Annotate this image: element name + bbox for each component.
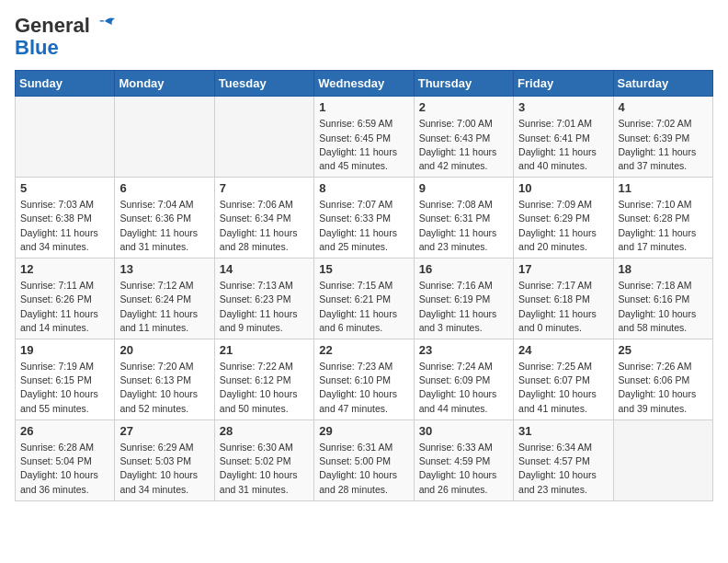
calendar-cell: 27Sunrise: 6:29 AMSunset: 5:03 PMDayligh…: [115, 419, 214, 500]
day-info: Sunrise: 7:13 AMSunset: 6:23 PMDaylight:…: [220, 279, 309, 335]
calendar-week-row: 5Sunrise: 7:03 AMSunset: 6:38 PMDaylight…: [16, 178, 713, 259]
day-number: 13: [119, 262, 209, 276]
calendar-cell: 18Sunrise: 7:18 AMSunset: 6:16 PMDayligh…: [613, 259, 712, 339]
calendar-table: SundayMondayTuesdayWednesdayThursdayFrid…: [15, 70, 713, 500]
day-number: 22: [319, 343, 408, 357]
weekday-header: Monday: [115, 71, 214, 97]
calendar-cell: 20Sunrise: 7:20 AMSunset: 6:13 PMDayligh…: [115, 339, 214, 420]
calendar-week-row: 19Sunrise: 7:19 AMSunset: 6:15 PMDayligh…: [16, 339, 713, 420]
day-number: 30: [419, 424, 508, 438]
weekday-header: Wednesday: [314, 71, 414, 97]
day-info: Sunrise: 6:59 AMSunset: 6:45 PMDaylight:…: [319, 117, 408, 173]
calendar-cell: [214, 97, 313, 178]
day-info: Sunrise: 7:18 AMSunset: 6:16 PMDaylight:…: [619, 279, 708, 335]
calendar-cell: 7Sunrise: 7:06 AMSunset: 6:34 PMDaylight…: [214, 178, 313, 259]
day-info: Sunrise: 7:11 AMSunset: 6:26 PMDaylight:…: [20, 279, 109, 335]
calendar-cell: 5Sunrise: 7:03 AMSunset: 6:38 PMDaylight…: [16, 178, 115, 259]
day-number: 6: [119, 181, 209, 195]
day-info: Sunrise: 7:00 AMSunset: 6:43 PMDaylight:…: [419, 117, 508, 173]
day-info: Sunrise: 7:25 AMSunset: 6:07 PMDaylight:…: [518, 360, 608, 416]
calendar-week-row: 12Sunrise: 7:11 AMSunset: 6:26 PMDayligh…: [16, 259, 713, 339]
day-number: 31: [518, 424, 608, 438]
calendar-week-row: 1Sunrise: 6:59 AMSunset: 6:45 PMDaylight…: [16, 97, 713, 178]
day-number: 27: [119, 424, 209, 438]
day-number: 18: [619, 262, 708, 276]
day-number: 23: [419, 343, 508, 357]
day-number: 26: [20, 424, 109, 438]
calendar-cell: 25Sunrise: 7:26 AMSunset: 6:06 PMDayligh…: [613, 339, 712, 420]
day-info: Sunrise: 7:23 AMSunset: 6:10 PMDaylight:…: [319, 360, 408, 416]
day-info: Sunrise: 7:02 AMSunset: 6:39 PMDaylight:…: [619, 117, 708, 173]
day-info: Sunrise: 7:19 AMSunset: 6:15 PMDaylight:…: [20, 360, 109, 416]
calendar-cell: 2Sunrise: 7:00 AMSunset: 6:43 PMDaylight…: [414, 97, 513, 178]
day-number: 8: [319, 181, 408, 195]
day-info: Sunrise: 7:15 AMSunset: 6:21 PMDaylight:…: [319, 279, 408, 335]
day-info: Sunrise: 7:06 AMSunset: 6:34 PMDaylight:…: [220, 198, 309, 254]
calendar-cell: [16, 97, 115, 178]
day-number: 4: [619, 100, 708, 114]
calendar-cell: 17Sunrise: 7:17 AMSunset: 6:18 PMDayligh…: [514, 259, 613, 339]
day-info: Sunrise: 7:16 AMSunset: 6:19 PMDaylight:…: [419, 279, 508, 335]
weekday-header: Thursday: [414, 71, 513, 97]
calendar-cell: 26Sunrise: 6:28 AMSunset: 5:04 PMDayligh…: [16, 419, 115, 500]
day-info: Sunrise: 7:24 AMSunset: 6:09 PMDaylight:…: [419, 360, 508, 416]
day-number: 17: [518, 262, 608, 276]
day-number: 15: [319, 262, 408, 276]
calendar-cell: 31Sunrise: 6:34 AMSunset: 4:57 PMDayligh…: [514, 419, 613, 500]
weekday-header-row: SundayMondayTuesdayWednesdayThursdayFrid…: [16, 71, 713, 97]
day-info: Sunrise: 7:12 AMSunset: 6:24 PMDaylight:…: [119, 279, 209, 335]
day-number: 12: [20, 262, 109, 276]
day-info: Sunrise: 7:26 AMSunset: 6:06 PMDaylight:…: [619, 360, 708, 416]
day-info: Sunrise: 7:03 AMSunset: 6:38 PMDaylight:…: [20, 198, 109, 254]
day-number: 11: [619, 181, 708, 195]
logo-bird-icon: [92, 14, 119, 41]
page-header: General Blue: [15, 15, 713, 59]
calendar-cell: 13Sunrise: 7:12 AMSunset: 6:24 PMDayligh…: [115, 259, 214, 339]
day-number: 10: [518, 181, 608, 195]
calendar-cell: 16Sunrise: 7:16 AMSunset: 6:19 PMDayligh…: [414, 259, 513, 339]
day-info: Sunrise: 7:10 AMSunset: 6:28 PMDaylight:…: [619, 198, 708, 254]
day-info: Sunrise: 6:29 AMSunset: 5:03 PMDaylight:…: [119, 441, 209, 497]
calendar-cell: [613, 419, 712, 500]
calendar-cell: 14Sunrise: 7:13 AMSunset: 6:23 PMDayligh…: [214, 259, 313, 339]
day-number: 20: [119, 343, 209, 357]
day-info: Sunrise: 6:28 AMSunset: 5:04 PMDaylight:…: [20, 441, 109, 497]
day-number: 3: [518, 100, 608, 114]
day-number: 9: [419, 181, 508, 195]
day-info: Sunrise: 7:22 AMSunset: 6:12 PMDaylight:…: [220, 360, 309, 416]
day-info: Sunrise: 6:31 AMSunset: 5:00 PMDaylight:…: [319, 441, 408, 497]
day-info: Sunrise: 7:04 AMSunset: 6:36 PMDaylight:…: [119, 198, 209, 254]
day-info: Sunrise: 6:34 AMSunset: 4:57 PMDaylight:…: [518, 441, 608, 497]
day-number: 7: [220, 181, 309, 195]
day-info: Sunrise: 7:08 AMSunset: 6:31 PMDaylight:…: [419, 198, 508, 254]
day-info: Sunrise: 6:30 AMSunset: 5:02 PMDaylight:…: [220, 441, 309, 497]
calendar-cell: 23Sunrise: 7:24 AMSunset: 6:09 PMDayligh…: [414, 339, 513, 420]
day-info: Sunrise: 7:01 AMSunset: 6:41 PMDaylight:…: [518, 117, 608, 173]
calendar-cell: 6Sunrise: 7:04 AMSunset: 6:36 PMDaylight…: [115, 178, 214, 259]
calendar-cell: 24Sunrise: 7:25 AMSunset: 6:07 PMDayligh…: [514, 339, 613, 420]
calendar-cell: 9Sunrise: 7:08 AMSunset: 6:31 PMDaylight…: [414, 178, 513, 259]
day-number: 14: [220, 262, 309, 276]
calendar-cell: 22Sunrise: 7:23 AMSunset: 6:10 PMDayligh…: [314, 339, 414, 420]
calendar-cell: 21Sunrise: 7:22 AMSunset: 6:12 PMDayligh…: [214, 339, 313, 420]
calendar-cell: 30Sunrise: 6:33 AMSunset: 4:59 PMDayligh…: [414, 419, 513, 500]
day-number: 25: [619, 343, 708, 357]
day-number: 19: [20, 343, 109, 357]
calendar-cell: [115, 97, 214, 178]
day-info: Sunrise: 7:20 AMSunset: 6:13 PMDaylight:…: [119, 360, 209, 416]
calendar-cell: 8Sunrise: 7:07 AMSunset: 6:33 PMDaylight…: [314, 178, 414, 259]
day-info: Sunrise: 6:33 AMSunset: 4:59 PMDaylight:…: [419, 441, 508, 497]
day-number: 1: [319, 100, 408, 114]
day-number: 2: [419, 100, 508, 114]
calendar-cell: 15Sunrise: 7:15 AMSunset: 6:21 PMDayligh…: [314, 259, 414, 339]
weekday-header: Friday: [514, 71, 613, 97]
weekday-header: Sunday: [16, 71, 115, 97]
day-number: 29: [319, 424, 408, 438]
day-number: 5: [20, 181, 109, 195]
calendar-cell: 12Sunrise: 7:11 AMSunset: 6:26 PMDayligh…: [16, 259, 115, 339]
day-number: 16: [419, 262, 508, 276]
calendar-cell: 1Sunrise: 6:59 AMSunset: 6:45 PMDaylight…: [314, 97, 414, 178]
day-number: 24: [518, 343, 608, 357]
day-info: Sunrise: 7:17 AMSunset: 6:18 PMDaylight:…: [518, 279, 608, 335]
day-number: 28: [220, 424, 309, 438]
